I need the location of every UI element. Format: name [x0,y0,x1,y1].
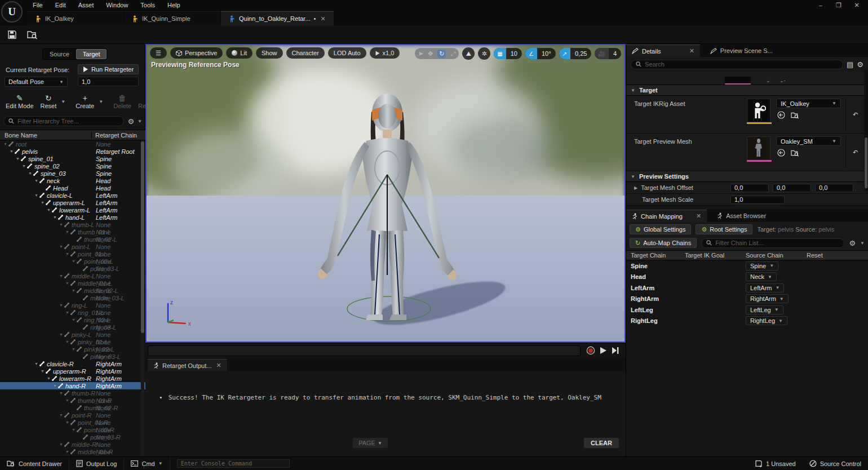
bone-row-thumb-R[interactable]: ▼thumb-RNone [0,389,145,397]
expander-icon[interactable]: ▼ [59,274,64,278]
perspective-button[interactable]: Perspective [170,47,223,59]
retarget-chain-column-header[interactable]: Retarget Chain [91,132,137,139]
expander-icon[interactable]: ▼ [59,332,64,336]
source-control-button[interactable]: Source Control [803,457,868,470]
page-dropdown[interactable]: PAGE ▼ [353,438,388,448]
root-settings-button[interactable]: ⚙ Root Settings [696,224,752,234]
filter-hierarchy-input[interactable]: Filter Hierarchy Tree... [3,116,124,126]
expander-icon[interactable]: ▼ [65,311,70,314]
bone-row-upperarm-R[interactable]: ▼upperarm-RRightArm [0,367,145,375]
close-button[interactable]: ✕ [849,1,865,10]
reset-to-default-icon[interactable]: ↶ [845,136,865,168]
use-selected-icon[interactable] [777,149,785,157]
rotation-snap-control[interactable]: ∠ 10° [525,48,556,59]
bone-row-thumb_02-R[interactable]: thumb_02-RNone [0,404,145,411]
bone-row-middle_01-R[interactable]: ▼middle_01-RNone [0,448,145,455]
bone-row-neck[interactable]: ▼neckHead [0,177,145,184]
menu-help[interactable]: Help [162,1,186,10]
global-settings-button[interactable]: ⚙ Global Settings [630,224,691,234]
run-retargeter-button[interactable]: Run Retargeter [78,64,139,74]
filter-chain-list-input[interactable]: Filter Chain List... [701,238,844,248]
chain-settings-chevron-icon[interactable]: ▼ [860,241,865,246]
lit-button[interactable]: Lit [226,47,253,59]
create-chevron-icon[interactable]: ▼ [99,99,103,104]
delete-button[interactable]: 🗑 Delete [111,93,134,110]
display-filter-icon[interactable]: ▤ [847,60,853,69]
expander-icon[interactable]: ▼ [65,230,70,234]
bone-row-middle-R[interactable]: ▼middle-RNone [0,441,145,448]
reset-button[interactable]: ↻ Reset [38,93,59,110]
target-chain-header[interactable]: Target Chain [626,252,685,259]
output-log-button[interactable]: Output Log [69,457,124,470]
bone-row-clavicle-R[interactable]: ▼clavicle-RRightArm [0,360,145,367]
reset-header[interactable]: Reset [807,252,868,259]
source-chain-select[interactable]: LeftArm▼ [746,283,784,292]
browse-asset-icon[interactable] [791,112,799,119]
offset-z-field[interactable]: 0,0 [815,184,853,192]
details-search-input[interactable]: Search [631,60,843,69]
expander-icon[interactable]: ▼ [34,362,39,366]
tab-close-icon[interactable]: ✕ [320,15,325,23]
ikrig-thumbnail[interactable] [747,99,772,130]
play-forward-icon[interactable] [600,347,607,354]
bone-row-Head[interactable]: HeadHead [0,184,145,192]
details-scrollbar[interactable] [864,70,868,191]
bone-row-ring-L[interactable]: ▼ring-LNone [0,301,145,309]
camera-speed-control[interactable]: 🎥 4 [595,48,621,59]
bone-row-upperarm-L[interactable]: ▼upperarm-LLeftArm [0,199,145,206]
bone-row-clavicle-L[interactable]: ▼clavicle-LLeftArm [0,192,145,199]
bone-row-point_02-R[interactable]: ▼point_02-RNone [0,426,145,433]
bone-row-root[interactable]: ▼rootNone [0,140,145,148]
tab-ik-oalkey[interactable]: IK_Oalkey [27,11,123,25]
output-tab-close-icon[interactable]: ✕ [216,362,221,369]
bone-row-lowerarm-L[interactable]: ▼lowerarm-LLeftArm [0,206,145,214]
expand-triangle-icon[interactable]: ▶ [634,185,637,190]
expander-icon[interactable]: ▼ [72,289,76,292]
expander-icon[interactable]: ▼ [72,259,76,263]
browse-asset-icon[interactable] [791,149,799,157]
clear-button[interactable]: CLEAR [584,438,619,448]
source-chain-select[interactable]: RightLeg▼ [746,316,787,325]
bone-row-pinky_01-L[interactable]: ▼pinky_01-LNone [0,338,145,345]
expander-icon[interactable]: ▼ [41,369,45,373]
details-settings-gear-icon[interactable]: ⚙ [857,60,863,69]
source-chain-select[interactable]: RightArm▼ [746,294,789,303]
expander-icon[interactable]: ▼ [16,157,20,161]
expander-icon[interactable]: ▼ [59,413,64,417]
bone-row-hand-L[interactable]: ▼hand-LLeftArm [0,214,145,221]
cmd-dropdown[interactable]: Cmd ▼ [124,457,170,470]
browse-to-asset-icon[interactable] [25,28,39,41]
chain-mapping-close-icon[interactable]: ✕ [696,212,701,220]
tab-ik-quinn-simple[interactable]: IK_Quinn_Simple [124,11,220,25]
character-button[interactable]: Character [286,47,325,59]
menu-asset[interactable]: Asset [73,1,100,10]
source-chain-select[interactable]: Neck▼ [746,272,777,281]
bone-row-thumb_01-R[interactable]: ▼thumb_01-RNone [0,397,145,404]
auto-map-chains-button[interactable]: ↻ Auto-Map Chains [630,238,697,248]
expander-icon[interactable]: ▼ [65,252,70,256]
bone-name-column-header[interactable]: Bone Name [0,132,91,139]
expander-icon[interactable]: ▼ [22,164,26,168]
expander-icon[interactable]: ▼ [53,215,57,219]
ikrig-asset-select[interactable]: IK_Oalkey ▼ [776,99,841,108]
world-space-icon[interactable]: ⛰ [462,47,475,60]
menu-tools[interactable]: Tools [135,1,161,10]
tree-settings-chevron-icon[interactable]: ▼ [138,119,142,124]
retarget-output-tab[interactable]: Retarget Output... ✕ [148,359,227,371]
preview-mesh-select[interactable]: Oakley_SM ▼ [776,136,841,146]
expander-icon[interactable]: ▼ [41,201,45,205]
save-icon[interactable] [5,28,19,41]
toggle-source[interactable]: Source [43,49,76,59]
bone-row-pelvis[interactable]: ▼pelvisRetarget Root [0,148,145,155]
retarget-pose-select[interactable]: Default Pose ▼ [5,77,68,87]
expander-icon[interactable]: ▼ [65,398,70,402]
bone-row-spine_03[interactable]: ▼spine_03Spine [0,170,145,177]
edit-mode-button[interactable]: ✎ Edit Mode [3,93,36,110]
bone-row-pinky_02-L[interactable]: ▼pinky_02-LNone [0,345,145,353]
scale-field[interactable]: 1,0 [730,196,785,204]
target-ik-goal-header[interactable]: Target IK Goal [685,252,746,259]
menu-edit[interactable]: Edit [50,1,72,10]
bone-row-middle_01-L[interactable]: ▼middle_01-LNone [0,280,145,287]
preview-mesh-thumbnail[interactable] [747,136,772,168]
reset-chevron-icon[interactable]: ▼ [61,99,65,104]
